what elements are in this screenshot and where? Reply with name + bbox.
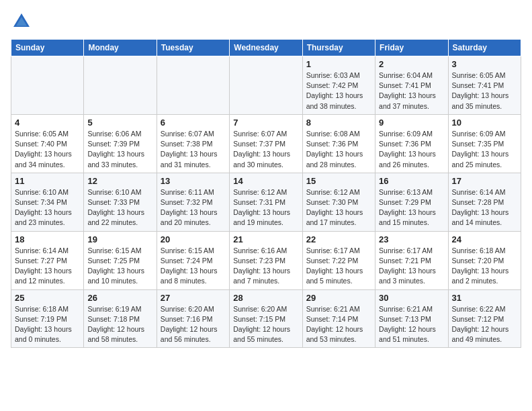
day-number: 17 <box>452 176 517 186</box>
weekday-header: Saturday <box>448 40 521 56</box>
calendar-header-row: SundayMondayTuesdayWednesdayThursdayFrid… <box>11 40 521 56</box>
calendar-day-cell: 9Sunrise: 6:09 AM Sunset: 7:36 PM Daylig… <box>375 114 448 173</box>
calendar-day-cell: 1Sunrise: 6:03 AM Sunset: 7:42 PM Daylig… <box>302 56 375 115</box>
calendar-day-cell: 13Sunrise: 6:11 AM Sunset: 7:32 PM Dayli… <box>157 173 229 231</box>
day-info: Sunrise: 6:09 AM Sunset: 7:36 PM Dayligh… <box>379 129 444 170</box>
day-number: 23 <box>379 234 444 244</box>
calendar-day-cell: 3Sunrise: 6:05 AM Sunset: 7:41 PM Daylig… <box>448 56 521 115</box>
logo <box>11 11 35 32</box>
calendar-day-cell <box>157 56 229 115</box>
day-number: 10 <box>452 118 517 128</box>
day-number: 3 <box>452 59 517 69</box>
calendar-day-cell: 10Sunrise: 6:09 AM Sunset: 7:35 PM Dayli… <box>448 114 521 173</box>
calendar-day-cell: 18Sunrise: 6:14 AM Sunset: 7:27 PM Dayli… <box>11 231 84 289</box>
calendar-day-cell: 27Sunrise: 6:20 AM Sunset: 7:16 PM Dayli… <box>157 289 229 348</box>
weekday-header: Sunday <box>11 40 84 56</box>
day-number: 14 <box>233 176 298 186</box>
calendar-day-cell: 5Sunrise: 6:06 AM Sunset: 7:39 PM Daylig… <box>84 114 157 173</box>
logo-icon <box>11 11 32 32</box>
day-info: Sunrise: 6:04 AM Sunset: 7:41 PM Dayligh… <box>379 71 444 111</box>
page-header <box>11 11 521 32</box>
day-info: Sunrise: 6:20 AM Sunset: 7:16 PM Dayligh… <box>161 304 226 345</box>
calendar-day-cell <box>84 56 157 115</box>
day-info: Sunrise: 6:07 AM Sunset: 7:37 PM Dayligh… <box>233 129 298 170</box>
calendar-week-row: 11Sunrise: 6:10 AM Sunset: 7:34 PM Dayli… <box>11 173 521 231</box>
calendar-day-cell: 20Sunrise: 6:15 AM Sunset: 7:24 PM Dayli… <box>157 231 229 289</box>
calendar-day-cell: 23Sunrise: 6:17 AM Sunset: 7:21 PM Dayli… <box>375 231 448 289</box>
day-number: 27 <box>161 293 226 303</box>
day-info: Sunrise: 6:07 AM Sunset: 7:38 PM Dayligh… <box>161 129 226 170</box>
weekday-header: Monday <box>84 40 157 56</box>
day-info: Sunrise: 6:05 AM Sunset: 7:41 PM Dayligh… <box>452 71 517 111</box>
day-number: 12 <box>87 176 152 186</box>
day-info: Sunrise: 6:15 AM Sunset: 7:25 PM Dayligh… <box>87 246 152 287</box>
calendar-day-cell: 24Sunrise: 6:18 AM Sunset: 7:20 PM Dayli… <box>448 231 521 289</box>
day-number: 5 <box>87 118 152 128</box>
calendar-day-cell: 8Sunrise: 6:08 AM Sunset: 7:36 PM Daylig… <box>302 114 375 173</box>
calendar-day-cell: 17Sunrise: 6:14 AM Sunset: 7:28 PM Dayli… <box>448 173 521 231</box>
day-info: Sunrise: 6:12 AM Sunset: 7:30 PM Dayligh… <box>306 187 371 228</box>
calendar-day-cell: 25Sunrise: 6:18 AM Sunset: 7:19 PM Dayli… <box>11 289 84 348</box>
day-info: Sunrise: 6:03 AM Sunset: 7:42 PM Dayligh… <box>306 71 371 111</box>
weekday-header: Tuesday <box>157 40 229 56</box>
calendar: SundayMondayTuesdayWednesdayThursdayFrid… <box>11 39 521 348</box>
day-number: 16 <box>379 176 444 186</box>
day-info: Sunrise: 6:17 AM Sunset: 7:22 PM Dayligh… <box>306 246 371 287</box>
day-info: Sunrise: 6:12 AM Sunset: 7:31 PM Dayligh… <box>233 187 298 228</box>
day-number: 9 <box>379 118 444 128</box>
calendar-week-row: 18Sunrise: 6:14 AM Sunset: 7:27 PM Dayli… <box>11 231 521 289</box>
day-number: 4 <box>15 118 80 128</box>
day-info: Sunrise: 6:14 AM Sunset: 7:27 PM Dayligh… <box>15 246 80 287</box>
calendar-day-cell: 2Sunrise: 6:04 AM Sunset: 7:41 PM Daylig… <box>375 56 448 115</box>
day-info: Sunrise: 6:19 AM Sunset: 7:18 PM Dayligh… <box>87 304 152 345</box>
weekday-header: Thursday <box>302 40 375 56</box>
day-info: Sunrise: 6:06 AM Sunset: 7:39 PM Dayligh… <box>87 129 152 170</box>
calendar-day-cell: 11Sunrise: 6:10 AM Sunset: 7:34 PM Dayli… <box>11 173 84 231</box>
day-number: 13 <box>161 176 226 186</box>
day-number: 30 <box>379 293 444 303</box>
weekday-header: Friday <box>375 40 448 56</box>
calendar-day-cell: 4Sunrise: 6:05 AM Sunset: 7:40 PM Daylig… <box>11 114 84 173</box>
calendar-day-cell <box>230 56 302 115</box>
day-info: Sunrise: 6:16 AM Sunset: 7:23 PM Dayligh… <box>233 246 298 287</box>
day-info: Sunrise: 6:18 AM Sunset: 7:19 PM Dayligh… <box>15 304 80 345</box>
day-info: Sunrise: 6:10 AM Sunset: 7:34 PM Dayligh… <box>15 187 80 228</box>
calendar-day-cell: 19Sunrise: 6:15 AM Sunset: 7:25 PM Dayli… <box>84 231 157 289</box>
day-number: 7 <box>233 118 298 128</box>
calendar-day-cell: 12Sunrise: 6:10 AM Sunset: 7:33 PM Dayli… <box>84 173 157 231</box>
day-number: 22 <box>306 234 371 244</box>
day-number: 24 <box>452 234 517 244</box>
day-number: 25 <box>15 293 80 303</box>
day-info: Sunrise: 6:15 AM Sunset: 7:24 PM Dayligh… <box>161 246 226 287</box>
calendar-week-row: 1Sunrise: 6:03 AM Sunset: 7:42 PM Daylig… <box>11 56 521 115</box>
day-number: 6 <box>161 118 226 128</box>
day-number: 15 <box>306 176 371 186</box>
day-info: Sunrise: 6:22 AM Sunset: 7:12 PM Dayligh… <box>452 304 517 345</box>
calendar-day-cell: 6Sunrise: 6:07 AM Sunset: 7:38 PM Daylig… <box>157 114 229 173</box>
day-number: 8 <box>306 118 371 128</box>
day-info: Sunrise: 6:05 AM Sunset: 7:40 PM Dayligh… <box>15 129 80 170</box>
day-number: 20 <box>161 234 226 244</box>
day-info: Sunrise: 6:11 AM Sunset: 7:32 PM Dayligh… <box>161 187 226 228</box>
day-info: Sunrise: 6:21 AM Sunset: 7:13 PM Dayligh… <box>379 304 444 345</box>
day-number: 2 <box>379 59 444 69</box>
calendar-week-row: 25Sunrise: 6:18 AM Sunset: 7:19 PM Dayli… <box>11 289 521 348</box>
day-info: Sunrise: 6:17 AM Sunset: 7:21 PM Dayligh… <box>379 246 444 287</box>
day-number: 18 <box>15 234 80 244</box>
day-info: Sunrise: 6:08 AM Sunset: 7:36 PM Dayligh… <box>306 129 371 170</box>
calendar-day-cell: 16Sunrise: 6:13 AM Sunset: 7:29 PM Dayli… <box>375 173 448 231</box>
day-info: Sunrise: 6:10 AM Sunset: 7:33 PM Dayligh… <box>87 187 152 228</box>
calendar-day-cell: 7Sunrise: 6:07 AM Sunset: 7:37 PM Daylig… <box>230 114 302 173</box>
day-number: 31 <box>452 293 517 303</box>
calendar-day-cell: 22Sunrise: 6:17 AM Sunset: 7:22 PM Dayli… <box>302 231 375 289</box>
day-number: 29 <box>306 293 371 303</box>
day-info: Sunrise: 6:14 AM Sunset: 7:28 PM Dayligh… <box>452 187 517 228</box>
day-info: Sunrise: 6:20 AM Sunset: 7:15 PM Dayligh… <box>233 304 298 345</box>
day-number: 21 <box>233 234 298 244</box>
calendar-day-cell: 31Sunrise: 6:22 AM Sunset: 7:12 PM Dayli… <box>448 289 521 348</box>
day-info: Sunrise: 6:21 AM Sunset: 7:14 PM Dayligh… <box>306 304 371 345</box>
day-number: 1 <box>306 59 371 69</box>
calendar-day-cell <box>11 56 84 115</box>
day-number: 19 <box>87 234 152 244</box>
calendar-day-cell: 28Sunrise: 6:20 AM Sunset: 7:15 PM Dayli… <box>230 289 302 348</box>
